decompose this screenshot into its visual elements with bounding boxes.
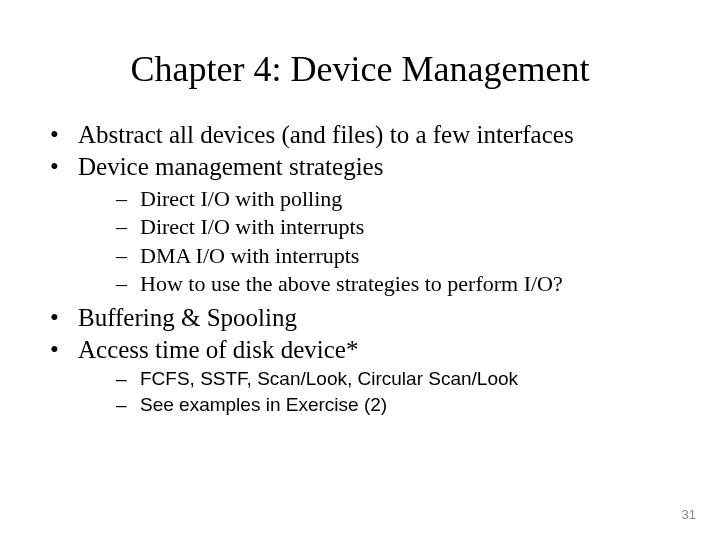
sub-bullet-text: FCFS, SSTF, Scan/Look, Circular Scan/Loo… (140, 368, 518, 389)
sub-bullet-item: DMA I/O with interrupts (116, 242, 680, 270)
bullet-list: Abstract all devices (and files) to a fe… (50, 119, 680, 417)
sub-bullet-text: Direct I/O with polling (140, 186, 342, 211)
bullet-item: Device management strategies Direct I/O … (50, 151, 680, 297)
page-number: 31 (682, 507, 696, 522)
bullet-text: Access time of disk device* (78, 336, 358, 363)
bullet-text: Abstract all devices (and files) to a fe… (78, 121, 574, 148)
sub-bullet-text: Direct I/O with interrupts (140, 214, 364, 239)
sub-bullet-item: How to use the above strategies to perfo… (116, 270, 680, 298)
sub-bullet-item: FCFS, SSTF, Scan/Look, Circular Scan/Loo… (116, 367, 680, 392)
sub-bullet-item: Direct I/O with interrupts (116, 213, 680, 241)
bullet-item: Abstract all devices (and files) to a fe… (50, 119, 680, 150)
sub-bullet-list: Direct I/O with polling Direct I/O with … (78, 185, 680, 298)
sub-bullet-item: See examples in Exercise (2) (116, 393, 680, 418)
bullet-item: Access time of disk device* FCFS, SSTF, … (50, 334, 680, 418)
slide-title: Chapter 4: Device Management (0, 0, 720, 118)
sub-bullet-list: FCFS, SSTF, Scan/Look, Circular Scan/Loo… (78, 367, 680, 417)
slide: Chapter 4: Device Management Abstract al… (0, 0, 720, 540)
bullet-item: Buffering & Spooling (50, 302, 680, 333)
sub-bullet-text: DMA I/O with interrupts (140, 243, 359, 268)
sub-bullet-text: See examples in Exercise (2) (140, 394, 387, 415)
sub-bullet-text: How to use the above strategies to perfo… (140, 271, 563, 296)
bullet-text: Buffering & Spooling (78, 304, 297, 331)
sub-bullet-item: Direct I/O with polling (116, 185, 680, 213)
slide-body: Abstract all devices (and files) to a fe… (0, 119, 720, 417)
bullet-text: Device management strategies (78, 153, 383, 180)
